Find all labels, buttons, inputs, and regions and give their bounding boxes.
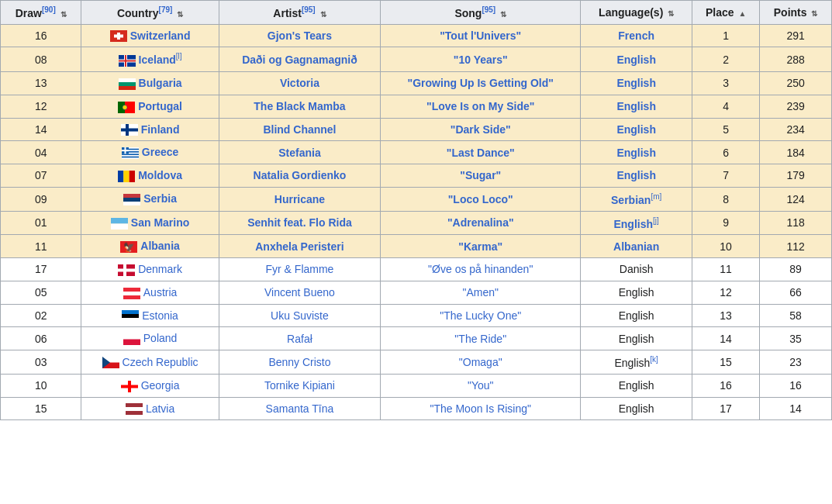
country-link[interactable]: Finland xyxy=(141,123,180,136)
country-link[interactable]: Czech Republic xyxy=(123,356,199,368)
header-place[interactable]: Place ▲ xyxy=(692,1,759,25)
country-link[interactable]: Switzerland xyxy=(130,29,191,42)
artist-cell: Vincent Bueno xyxy=(219,281,380,304)
artist-cell: The Black Mamba xyxy=(219,95,380,118)
language-link[interactable]: English xyxy=(616,100,656,112)
country-link[interactable]: San Marino xyxy=(131,216,189,229)
artist-link[interactable]: Senhit feat. Flo Rida xyxy=(247,216,352,229)
sort-icon-song[interactable]: ⇅ xyxy=(500,10,506,19)
points-cell: 184 xyxy=(760,141,832,164)
artist-cell: Hurricane xyxy=(219,187,380,211)
artist-link[interactable]: Rafał xyxy=(287,333,312,345)
song-link[interactable]: "You" xyxy=(468,379,494,392)
artist-link[interactable]: Daði og Gagnamagnið xyxy=(242,54,357,66)
language-cell: English xyxy=(581,118,692,141)
header-song[interactable]: Song[95] ⇅ xyxy=(381,1,581,25)
header-language[interactable]: Language(s) ⇅ xyxy=(581,1,692,25)
artist-link[interactable]: Gjon's Tears xyxy=(268,29,332,42)
song-link[interactable]: "Øve os på hinanden" xyxy=(428,263,533,275)
language-link[interactable]: English xyxy=(616,54,656,66)
song-link[interactable]: "The Moon Is Rising" xyxy=(430,402,531,415)
header-country[interactable]: Country[79] ⇅ xyxy=(81,1,219,25)
artist-cell: Fyr & Flamme xyxy=(219,258,380,281)
song-link[interactable]: "The Ride" xyxy=(454,333,506,345)
song-cell: "Omaga" xyxy=(381,350,581,375)
country-link[interactable]: Greece xyxy=(142,146,178,158)
song-link[interactable]: "Adrenalina" xyxy=(447,216,514,229)
country-flag xyxy=(126,403,143,415)
song-link[interactable]: "The Lucky One" xyxy=(440,309,521,322)
svg-rect-9 xyxy=(119,82,136,86)
sort-icon-language[interactable]: ⇅ xyxy=(668,9,674,18)
language-link[interactable]: English xyxy=(616,169,656,181)
artist-link[interactable]: Vincent Bueno xyxy=(264,286,335,299)
song-link[interactable]: "Karma" xyxy=(458,240,502,253)
artist-link[interactable]: Anxhela Peristeri xyxy=(255,240,344,253)
header-artist[interactable]: Artist[95] ⇅ xyxy=(219,1,380,25)
song-link[interactable]: "Sugar" xyxy=(460,169,501,181)
country-link[interactable]: Moldova xyxy=(138,169,182,181)
draw-cell: 09 xyxy=(1,187,81,211)
header-points[interactable]: Points ⇅ xyxy=(760,1,832,25)
language-cell: Albanian xyxy=(581,235,692,258)
song-link[interactable]: "Tout l'Univers" xyxy=(440,29,521,42)
sort-icon-draw[interactable]: ⇅ xyxy=(60,10,67,19)
song-link[interactable]: "Growing Up Is Getting Old" xyxy=(408,77,554,89)
artist-link[interactable]: Uku Suviste xyxy=(271,309,329,322)
language-sup: [m] xyxy=(651,192,661,201)
artist-link[interactable]: Stefania xyxy=(278,147,320,159)
points-cell: 234 xyxy=(760,118,832,141)
language-link[interactable]: English xyxy=(616,147,656,159)
language-cell: English xyxy=(581,164,692,188)
artist-link[interactable]: Natalia Gordienko xyxy=(254,169,347,181)
country-link[interactable]: Albania xyxy=(140,240,180,252)
sort-icon-points[interactable]: ⇅ xyxy=(811,9,817,18)
song-link[interactable]: "Love Is on My Side" xyxy=(426,100,534,112)
song-link[interactable]: "Last Dance" xyxy=(447,147,515,159)
place-cell: 6 xyxy=(692,141,759,164)
song-link[interactable]: "Loco Loco" xyxy=(448,193,513,205)
artist-link[interactable]: Samanta Tīna xyxy=(266,402,334,415)
artist-link[interactable]: Victoria xyxy=(280,77,319,89)
sort-icon-place[interactable]: ▲ xyxy=(738,9,746,18)
country-link[interactable]: Serbia xyxy=(143,192,177,205)
language-link[interactable]: English xyxy=(616,77,656,89)
song-link[interactable]: "Amen" xyxy=(462,286,499,299)
language-link[interactable]: French xyxy=(618,29,654,42)
country-link[interactable]: Austria xyxy=(143,286,178,299)
artist-link[interactable]: The Black Mamba xyxy=(254,100,345,112)
country-link[interactable]: Portugal xyxy=(138,100,182,112)
artist-link[interactable]: Tornike Kipiani xyxy=(264,379,335,392)
language-link[interactable]: English xyxy=(616,123,656,136)
song-link[interactable]: "Dark Side" xyxy=(451,123,511,136)
points-cell: 89 xyxy=(760,258,832,281)
song-link[interactable]: "10 Years" xyxy=(454,54,508,66)
country-link[interactable]: Estonia xyxy=(142,309,178,322)
artist-link[interactable]: Fyr & Flamme xyxy=(266,263,334,275)
song-cell: "Love Is on My Side" xyxy=(381,95,581,118)
country-flag xyxy=(111,218,128,230)
country-link[interactable]: Bulgaria xyxy=(139,77,182,89)
artist-link[interactable]: Hurricane xyxy=(274,193,325,205)
place-cell: 2 xyxy=(692,47,759,71)
header-draw[interactable]: Draw[90] ⇅ xyxy=(1,1,81,25)
country-link[interactable]: Georgia xyxy=(141,379,180,392)
sort-icon-country[interactable]: ⇅ xyxy=(177,10,183,19)
country-link[interactable]: Poland xyxy=(143,332,178,344)
song-cell: "Karma" xyxy=(381,235,581,258)
country-flag xyxy=(122,310,139,322)
svg-rect-2 xyxy=(114,35,123,38)
country-link[interactable]: Denmark xyxy=(138,263,182,275)
artist-link[interactable]: Benny Cristo xyxy=(268,356,330,368)
song-cell: "The Moon Is Rising" xyxy=(381,397,581,420)
table-row: 16 Switzerland Gjon's Tears "Tout l'Univ… xyxy=(1,24,832,47)
language-link[interactable]: Serbian xyxy=(611,194,651,206)
language-link[interactable]: Albanian xyxy=(613,240,659,253)
sort-icon-artist[interactable]: ⇅ xyxy=(320,10,326,19)
artist-link[interactable]: Blind Channel xyxy=(263,123,336,136)
country-link[interactable]: Iceland xyxy=(139,54,176,66)
song-link[interactable]: "Omaga" xyxy=(459,356,502,368)
country-link[interactable]: Latvia xyxy=(146,402,174,415)
language-link[interactable]: English xyxy=(613,217,653,230)
header-draw-label: Draw[90] xyxy=(16,7,56,19)
